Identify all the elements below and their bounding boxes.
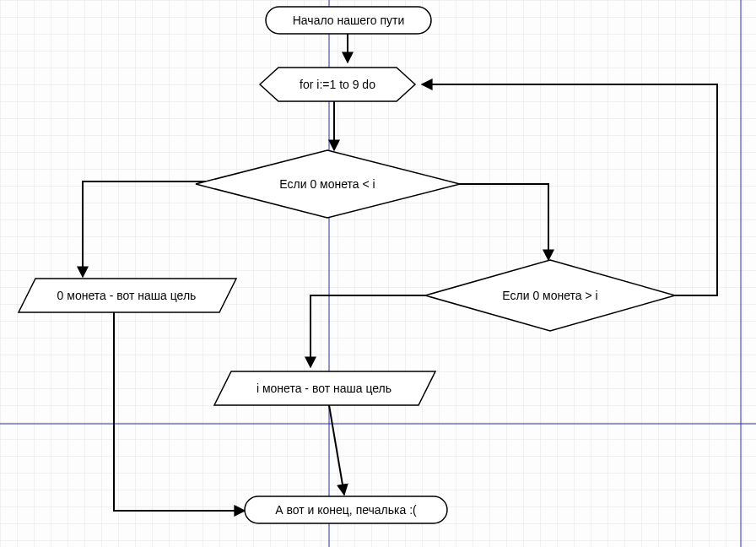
node-loop-label: for i:=1 to 9 do <box>300 78 375 91</box>
node-out2: i монета - вот наша цель <box>214 371 435 405</box>
node-loop: for i:=1 to 9 do <box>260 68 415 101</box>
node-out1-label: 0 монета - вот наша цель <box>57 289 197 302</box>
node-out2-label: i монета - вот наша цель <box>256 382 392 395</box>
node-start-label: Начало нашего пути <box>293 14 405 27</box>
node-cond2-label: Если 0 монета > i <box>502 289 597 302</box>
node-end: А вот и конец, печалька :( <box>245 496 447 523</box>
flowchart-canvas: Начало нашего пути for i:=1 to 9 do Если… <box>0 0 756 547</box>
node-cond1-label: Если 0 монета < i <box>279 177 375 191</box>
node-start: Начало нашего пути <box>266 7 431 34</box>
node-end-label: А вот и конец, печалька :( <box>275 503 417 517</box>
node-out1: 0 монета - вот наша цель <box>19 279 236 312</box>
